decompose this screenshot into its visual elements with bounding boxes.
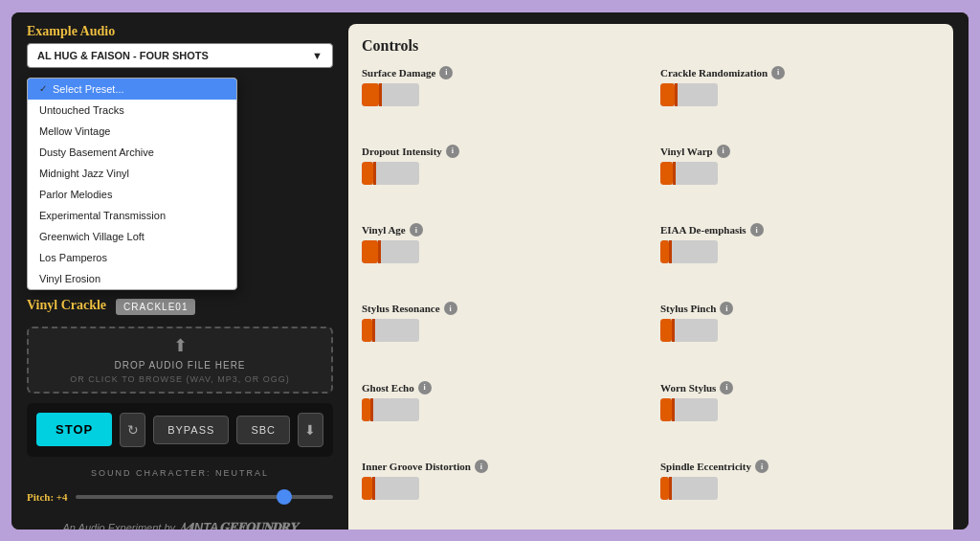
info-icon-ghost-echo[interactable]: i — [418, 381, 432, 394]
preset-item-label: Greenwich Village Loft — [39, 231, 145, 242]
slider-inner-groove-distortion[interactable] — [362, 477, 419, 500]
preset-item-label: Experimental Transmission — [39, 210, 166, 221]
preset-item-mellow[interactable]: Mellow Vintage — [28, 121, 236, 142]
preset-section: Preset ✓ Select Preset... Untouched Trac… — [27, 78, 333, 288]
control-label-text: Inner Groove Distortion — [362, 461, 471, 472]
slider-worn-stylus[interactable] — [660, 398, 718, 421]
control-stylus-pinch: Stylus Pinch i — [660, 302, 940, 369]
slider-eiaa-de-emphasis[interactable] — [660, 240, 718, 263]
info-icon-stylus-resonance[interactable]: i — [444, 302, 457, 315]
info-icon-crackle-randomization[interactable]: i — [771, 66, 785, 79]
preset-item-pamperos[interactable]: Los Pamperos — [28, 247, 236, 268]
control-spindle-eccentricity: Spindle Eccentricity i — [660, 460, 940, 527]
control-dropout-intensity: Dropout Intensity i — [362, 145, 641, 212]
control-surface-damage: Surface Damage i — [362, 66, 641, 133]
download-icon: ⬇ — [304, 422, 316, 438]
control-label-text: Crackle Randomization — [660, 67, 768, 79]
control-label-surface-damage: Surface Damage i — [362, 66, 641, 79]
slider-spindle-eccentricity[interactable] — [660, 477, 718, 500]
control-label-text: Surface Damage — [362, 67, 435, 79]
preset-item-label: Vinyl Erosion — [39, 273, 100, 284]
example-audio-title: Example Audio — [27, 24, 333, 39]
info-icon-inner-groove-distortion[interactable]: i — [475, 460, 488, 473]
info-icon-dropout-intensity[interactable]: i — [446, 145, 459, 158]
slider-thumb — [379, 83, 382, 106]
download-button[interactable]: ⬇ — [298, 413, 323, 447]
control-label-text: Spindle Eccentricity — [660, 461, 751, 472]
control-label-eiaa-de-emphasis: EIAA De-emphasis i — [660, 223, 940, 237]
preset-item-label: Midnight Jazz Vinyl — [39, 168, 129, 179]
preset-item-erosion[interactable]: Vinyl Erosion — [28, 268, 236, 289]
info-icon-vinyl-warp[interactable]: i — [717, 145, 730, 158]
main-content: Example Audio AL HUG & FAISON - FOUR SHO… — [11, 12, 969, 530]
control-label-text: EIAA De-emphasis — [660, 224, 746, 236]
preset-item-label: Dusty Basement Archive — [39, 147, 154, 158]
left-panel: Example Audio AL HUG & FAISON - FOUR SHO… — [27, 24, 333, 530]
refresh-icon: ↻ — [127, 422, 139, 438]
slider-thumb — [372, 477, 375, 500]
preset-item-dusty[interactable]: Dusty Basement Archive — [28, 142, 236, 163]
pitch-thumb[interactable] — [277, 489, 292, 505]
audio-select[interactable]: AL HUG & FAISON - FOUR SHOTS ▼ — [27, 43, 333, 68]
slider-thumb — [673, 162, 676, 185]
drop-zone-sub-text: OR CLICK TO BROWSE (WAV, MP3, OR OGG) — [70, 374, 289, 384]
slider-crackle-randomization[interactable] — [660, 83, 718, 106]
preset-item-select[interactable]: ✓ Select Preset... — [28, 79, 236, 100]
info-icon-surface-damage[interactable]: i — [439, 66, 453, 79]
preset-item-greenwich[interactable]: Greenwich Village Loft — [28, 226, 236, 247]
slider-fill — [660, 319, 672, 342]
control-label-stylus-pinch: Stylus Pinch i — [660, 302, 940, 315]
slider-fill — [362, 319, 372, 342]
control-label-spindle-eccentricity: Spindle Eccentricity i — [660, 460, 940, 473]
info-icon-eiaa-de-emphasis[interactable]: i — [750, 223, 764, 237]
stop-button[interactable]: STOP — [36, 413, 112, 446]
info-icon-stylus-pinch[interactable]: i — [720, 302, 733, 315]
slider-thumb — [672, 319, 675, 342]
preset-item-parlor[interactable]: Parlor Melodies — [28, 184, 236, 205]
control-stylus-resonance: Stylus Resonance i — [362, 302, 641, 369]
control-inner-groove-distortion: Inner Groove Distortion i — [362, 460, 641, 527]
preset-item-midnight[interactable]: Midnight Jazz Vinyl — [28, 163, 236, 184]
crackle-badge: CRACKLE01 — [116, 299, 195, 315]
info-icon-vinyl-age[interactable]: i — [410, 223, 423, 237]
control-label-vinyl-age: Vinyl Age i — [362, 223, 641, 237]
slider-stylus-pinch[interactable] — [660, 319, 718, 342]
slider-thumb — [669, 477, 672, 500]
drop-zone[interactable]: ⬆ DROP AUDIO FILE HERE OR CLICK TO BROWS… — [27, 327, 333, 394]
transport-controls: STOP ↻ BYPASS SBC ⬇ — [27, 403, 333, 457]
slider-thumb — [378, 240, 381, 263]
slider-dropout-intensity[interactable] — [362, 162, 419, 185]
preset-item-label: Untouched Tracks — [39, 104, 124, 116]
preset-item-label: Mellow Vintage — [39, 125, 110, 137]
refresh-button[interactable]: ↻ — [120, 413, 145, 447]
control-label-text: Ghost Echo — [362, 382, 414, 394]
preset-item-label: Select Preset... — [53, 83, 124, 95]
slider-ghost-echo[interactable] — [362, 398, 419, 421]
slider-fill — [362, 83, 379, 106]
controls-grid: Surface Damage i Crackle Randomization i — [362, 66, 940, 528]
slider-vinyl-age[interactable] — [362, 240, 419, 263]
bypass-button[interactable]: BYPASS — [153, 416, 229, 444]
app-wrapper: YOUR · VINYL PATINA RECORD · PLAYER ⊕ EX… — [11, 12, 969, 530]
preset-item-experimental[interactable]: Experimental Transmission — [28, 205, 236, 226]
control-label-dropout-intensity: Dropout Intensity i — [362, 145, 641, 158]
info-icon-worn-stylus[interactable]: i — [720, 381, 733, 394]
slider-surface-damage[interactable] — [362, 83, 419, 106]
control-label-text: Worn Stylus — [660, 382, 716, 394]
preset-item-untouched[interactable]: Untouched Tracks — [28, 100, 236, 121]
control-ghost-echo: Ghost Echo i — [362, 381, 641, 448]
vinyl-crackle-section: Vinyl Crackle CRACKLE01 — [27, 298, 333, 317]
footer-text: An Audio Experiment by — [62, 522, 175, 530]
sbc-button[interactable]: SBC — [236, 416, 290, 444]
drop-zone-main-text: DROP AUDIO FILE HERE — [114, 360, 245, 371]
slider-fill — [660, 240, 669, 263]
example-audio-section: Example Audio AL HUG & FAISON - FOUR SHO… — [27, 24, 333, 68]
slider-thumb — [672, 398, 675, 421]
slider-vinyl-warp[interactable] — [660, 162, 718, 185]
control-label-text: Dropout Intensity — [362, 146, 442, 157]
control-label-vinyl-warp: Vinyl Warp i — [660, 145, 940, 158]
info-icon-spindle-eccentricity[interactable]: i — [755, 460, 768, 473]
upload-icon: ⬆ — [173, 335, 188, 356]
slider-fill — [362, 240, 378, 263]
slider-stylus-resonance[interactable] — [362, 319, 419, 342]
